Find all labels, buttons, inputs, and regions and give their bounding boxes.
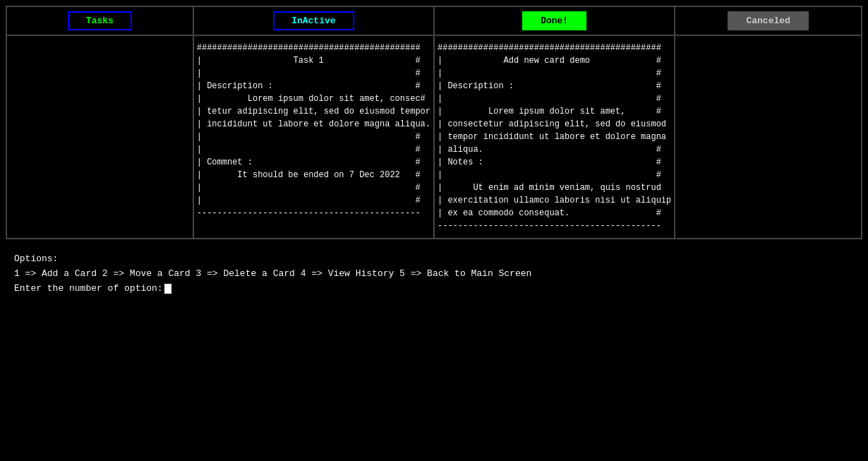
tasks-button[interactable]: Tasks bbox=[68, 11, 132, 30]
column-inactive-body: ########################################… bbox=[194, 36, 433, 238]
cursor-icon bbox=[164, 284, 171, 294]
column-done-header: Done! bbox=[435, 7, 674, 36]
column-canceled: Canceled bbox=[675, 7, 861, 238]
column-done-body: ########################################… bbox=[435, 36, 674, 238]
column-canceled-body bbox=[675, 36, 861, 238]
column-tasks-body bbox=[7, 36, 193, 238]
column-inactive-header: InActive bbox=[194, 7, 433, 36]
prompt-line: Enter the number of option: bbox=[14, 283, 854, 294]
done-button[interactable]: Done! bbox=[522, 11, 586, 30]
inactive-button[interactable]: InActive bbox=[273, 11, 354, 30]
options-title: Options: bbox=[14, 253, 854, 264]
canceled-button[interactable]: Canceled bbox=[728, 11, 808, 30]
bottom-area: Options: 1 => Add a Card 2 => Move a Car… bbox=[0, 245, 868, 302]
column-done: Done! ##################################… bbox=[435, 7, 675, 238]
column-inactive: InActive ###############################… bbox=[194, 7, 435, 238]
prompt-label: Enter the number of option: bbox=[14, 283, 163, 294]
column-canceled-header: Canceled bbox=[675, 7, 861, 36]
options-items: 1 => Add a Card 2 => Move a Card 3 => De… bbox=[14, 268, 854, 279]
column-tasks-header: Tasks bbox=[7, 7, 193, 36]
column-tasks: Tasks bbox=[7, 7, 194, 238]
board: Tasks InActive #########################… bbox=[6, 6, 862, 239]
